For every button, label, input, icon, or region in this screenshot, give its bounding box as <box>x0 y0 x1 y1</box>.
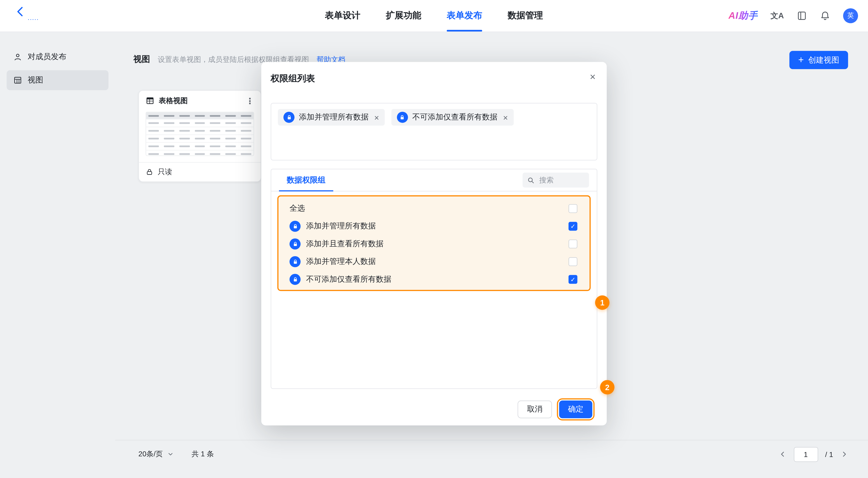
selected-tag: 不可添加仅查看所有数据 × <box>391 109 514 125</box>
top-navbar: ..... 表单设计 扩展功能 表单发布 数据管理 AI助手 文A 英 <box>0 0 868 32</box>
grid-icon <box>13 76 22 85</box>
close-icon[interactable]: × <box>590 72 596 82</box>
select-all-label: 全选 <box>289 203 305 214</box>
annotation-step-1-badge: 1 <box>595 295 610 310</box>
remove-tag-icon[interactable]: × <box>374 113 379 122</box>
page-size-select[interactable]: 20条/页 <box>138 449 174 459</box>
translate-icon[interactable]: 文A <box>771 11 784 21</box>
lock-circle-icon <box>289 221 301 232</box>
cancel-button[interactable]: 取消 <box>518 401 552 418</box>
main-tabs: 表单设计 扩展功能 表单发布 数据管理 <box>325 0 543 32</box>
lock-circle-icon <box>289 238 301 250</box>
search-icon <box>527 176 535 184</box>
user-icon <box>13 53 22 61</box>
tab-form-design[interactable]: 表单设计 <box>325 0 361 32</box>
next-page-icon[interactable] <box>840 450 848 458</box>
user-avatar[interactable]: 英 <box>843 8 858 23</box>
view-card-header: 表格视图 ⋮ <box>139 91 261 111</box>
form-title-masked: ..... <box>28 14 39 21</box>
lock-circle-icon <box>397 112 408 123</box>
modal-title: 权限组列表 <box>271 73 315 85</box>
select-all-row: 全选 <box>289 200 577 217</box>
selected-tag: 添加并管理所有数据 × <box>278 109 384 125</box>
footer-divider <box>115 440 868 440</box>
lock-circle-icon <box>289 274 301 285</box>
permission-option-row: 添加并且查看所有数据 <box>289 235 577 253</box>
selected-tags-box: 添加并管理所有数据 × 不可添加仅查看所有数据 × <box>271 103 597 161</box>
sidebar-item-publish-to-members[interactable]: 对成员发布 <box>6 47 108 67</box>
lock-icon <box>146 168 153 176</box>
topbar-actions: AI助手 文A 英 <box>728 0 858 32</box>
chevron-left-icon <box>14 5 27 18</box>
permission-option-row: 添加并管理本人数据 <box>289 253 577 270</box>
page-title: 视图 <box>133 54 150 65</box>
option-checkbox[interactable] <box>568 257 577 266</box>
journal-panel-icon[interactable] <box>797 11 807 21</box>
tab-data-permission-group[interactable]: 数据权限组 <box>279 169 333 191</box>
view-card[interactable]: 表格视图 ⋮ 只读 <box>138 90 261 182</box>
option-checkbox[interactable] <box>568 275 577 284</box>
view-card-footer: 只读 <box>139 162 261 182</box>
search-input[interactable] <box>538 175 585 185</box>
total-pages-label: / 1 <box>825 450 833 458</box>
annotation-step-2-badge: 2 <box>600 380 615 394</box>
card-more-menu-icon[interactable]: ⋮ <box>246 96 254 105</box>
lock-circle-icon <box>289 256 301 267</box>
view-card-title: 表格视图 <box>159 96 188 106</box>
permission-group-modal: 权限组列表 × 添加并管理所有数据 × 不可添加仅查看所有数据 × 数据权限组 <box>261 62 607 425</box>
total-count-label: 共 1 条 <box>192 449 214 459</box>
panel-header: 数据权限组 <box>271 169 597 191</box>
tab-data-management[interactable]: 数据管理 <box>508 0 543 32</box>
confirm-button[interactable]: 确定 <box>559 401 592 418</box>
permission-option-row: 添加并管理所有数据 <box>289 217 577 235</box>
pagination-right: / 1 <box>779 446 848 462</box>
remove-tag-icon[interactable]: × <box>503 113 508 122</box>
prev-page-icon[interactable] <box>779 450 786 458</box>
permission-options-highlight: 全选 添加并管理所有数据 添加并且查看所有数据 <box>277 195 591 291</box>
card-thumbnail <box>146 112 254 156</box>
app-root: ..... 表单设计 扩展功能 表单发布 数据管理 AI助手 文A 英 对成员发… <box>0 0 868 478</box>
create-view-button[interactable]: + 创建视图 <box>789 51 848 69</box>
search-box[interactable] <box>523 172 589 188</box>
bell-icon[interactable] <box>820 11 831 21</box>
table-view-icon <box>146 96 154 105</box>
select-all-checkbox[interactable] <box>568 204 577 213</box>
ai-assistant-logo[interactable]: AI助手 <box>728 9 758 22</box>
option-checkbox[interactable] <box>568 240 577 248</box>
lock-circle-icon <box>283 112 294 123</box>
pagination-left: 20条/页 共 1 条 <box>138 446 214 462</box>
page-number-input[interactable] <box>794 447 818 462</box>
permission-option-row: 不可添加仅查看所有数据 <box>289 270 577 288</box>
plus-icon: + <box>798 55 804 65</box>
tab-extensions[interactable]: 扩展功能 <box>386 0 421 32</box>
read-only-label: 只读 <box>158 167 172 177</box>
sidebar-item-views[interactable]: 视图 <box>6 70 108 90</box>
left-sidebar: 对成员发布 视图 <box>0 32 115 478</box>
option-checkbox[interactable] <box>568 222 577 231</box>
chevron-down-icon <box>167 451 174 457</box>
permission-list-panel: 数据权限组 全选 添加并管理所有数据 <box>271 169 597 389</box>
back-button[interactable]: ..... <box>14 5 39 21</box>
tab-form-publish[interactable]: 表单发布 <box>447 0 482 32</box>
